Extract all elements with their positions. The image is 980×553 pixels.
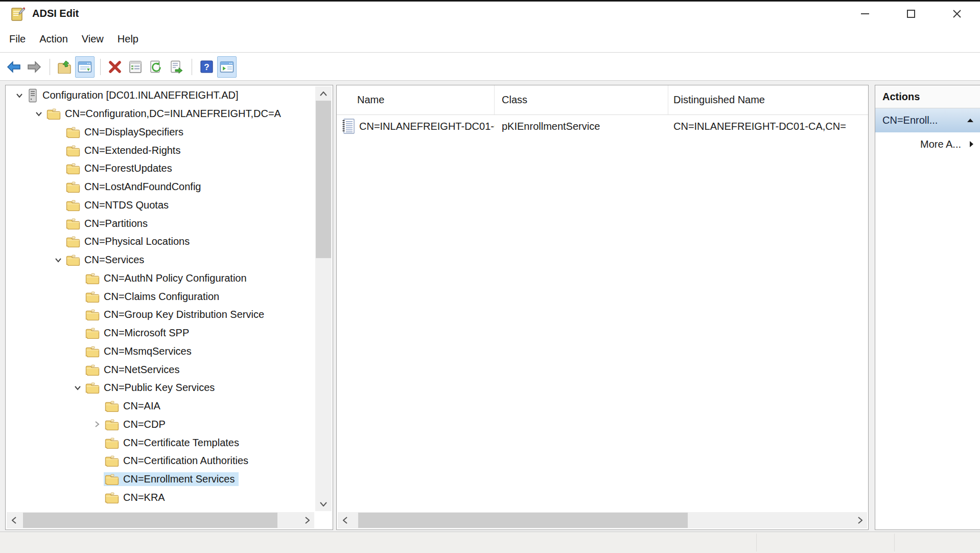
properties-button[interactable] [126,56,145,78]
tree-item[interactable]: CN=AuthN Policy Configuration [7,269,314,288]
status-separator [894,534,895,551]
tree: Configuration [DC01.INLANEFREIGHT.AD]CN=… [7,86,314,511]
folder-icon [85,291,100,303]
menu-bar: File Action View Help [0,26,980,53]
tree-item-label: CN=Certificate Templates [123,437,239,449]
scroll-left-icon[interactable] [7,512,21,528]
tree-item[interactable]: CN=Services [7,251,314,269]
tree-item[interactable]: CN=Configuration,DC=INLANEFREIGHT,DC=A [7,105,314,123]
more-actions-item[interactable]: More A... [875,132,980,156]
tree-horizontal-scroll-thumb[interactable] [23,513,277,528]
actions-pane-title: Actions [875,85,980,108]
menu-action[interactable]: Action [39,33,68,45]
delete-button[interactable] [105,56,125,78]
tree-item[interactable]: CN=Certificate Templates [7,433,314,452]
tree-item-label: CN=NetServices [104,364,179,376]
tree-item[interactable]: CN=MsmqServices [7,342,314,361]
tree-item[interactable]: Configuration [DC01.INLANEFREIGHT.AD] [7,86,314,105]
tree-item-label: CN=Claims Configuration [104,291,219,303]
tree-item[interactable]: CN=LostAndFoundConfig [7,178,314,196]
column-header-class[interactable]: Class [495,85,668,114]
tree-item[interactable]: CN=Claims Configuration [7,287,314,306]
tree-item[interactable]: CN=KRA [7,489,314,507]
delete-icon [108,60,122,74]
chevron-down-icon[interactable] [32,111,45,117]
tree-item[interactable]: CN=AIA [7,397,314,416]
tree-item[interactable]: CN=Certification Authorities [7,452,314,470]
up-one-level-button[interactable] [55,56,74,78]
tree-item[interactable]: CN=Enrollment Services [7,470,314,489]
list-cell-distinguished-name: CN=INLANEFREIGHT-DC01-CA,CN= [668,121,868,132]
tree-item[interactable]: CN=Partitions [7,214,314,233]
column-header-name[interactable]: Name [337,85,495,114]
scroll-right-icon[interactable] [300,512,314,528]
actions-pane: Actions CN=Enroll... More A... [875,85,980,530]
scroll-down-icon[interactable] [315,497,332,511]
tree-item-label: CN=NTDS Quotas [84,199,169,211]
tree-item-label: CN=DisplaySpecifiers [84,126,183,138]
tree-item-label: CN=Physical Locations [84,236,190,247]
help-button[interactable]: ? [197,56,216,78]
tree-item[interactable]: CN=DisplaySpecifiers [7,123,314,142]
status-bar [0,532,980,553]
folder-icon [85,364,100,376]
scroll-left-icon[interactable] [338,512,352,528]
folder-icon [66,181,80,193]
chevron-down-icon[interactable] [71,385,84,390]
close-button[interactable] [934,2,980,26]
maximize-button[interactable] [888,2,934,26]
menu-file[interactable]: File [9,33,26,45]
folder-icon [105,437,119,449]
forward-button[interactable] [25,56,44,78]
menu-help[interactable]: Help [118,33,138,45]
tree-item-label: CN=AuthN Policy Configuration [104,272,247,284]
properties-icon [129,60,142,74]
refresh-button[interactable] [146,56,166,78]
server-icon [27,88,38,103]
folder-icon [85,309,100,320]
export-list-button[interactable] [167,56,186,78]
tree-item[interactable]: CN=Microsoft SPP [7,324,314,342]
chevron-down-icon[interactable] [13,93,26,98]
more-actions-label: More A... [920,139,961,150]
tree-item[interactable]: CN=Public Key Services [7,379,314,397]
up-one-level-icon [57,60,72,74]
folder-icon [66,126,80,138]
tree-item-label: CN=Configuration,DC=INLANEFREIGHT,DC=A [65,108,281,120]
tree-horizontal-scrollbar[interactable] [7,512,314,528]
tree-vertical-scroll-thumb[interactable] [316,101,331,258]
menu-view[interactable]: View [82,33,104,45]
tree-item[interactable]: CN=Extended-Rights [7,141,314,159]
folder-icon [66,199,80,211]
list-horizontal-scrollbar[interactable] [338,512,867,528]
adsi-edit-app-icon[interactable] [10,6,26,21]
tree-item-label: CN=MsmqServices [104,345,192,357]
tree-item-label: CN=Extended-Rights [84,145,180,156]
show-action-pane-button[interactable] [217,56,237,78]
tree-vertical-scrollbar[interactable] [315,86,332,511]
folder-icon [66,163,80,174]
back-button[interactable] [4,56,24,78]
tree-item[interactable]: CN=NetServices [7,360,314,379]
show-console-tree-button[interactable] [75,56,95,78]
tree-item[interactable]: CN=ForestUpdates [7,159,314,178]
tree-item[interactable]: CN=NTDS Quotas [7,196,314,215]
column-header-distinguished-name[interactable]: Distinguished Name [668,85,868,114]
tree-item[interactable]: CN=Physical Locations [7,233,314,251]
scroll-up-icon[interactable] [315,86,332,101]
chevron-down-icon[interactable] [52,258,65,263]
list-horizontal-scroll-thumb[interactable] [358,513,688,528]
scroll-right-icon[interactable] [853,512,867,528]
list-row[interactable]: CN=INLANEFREIGHT-DC01-CA pKIEnrollmentSe… [337,116,868,136]
minimize-button[interactable] [842,2,888,26]
forward-icon [27,61,41,73]
folder-icon [85,345,100,357]
content-area: Configuration [DC01.INLANEFREIGHT.AD]CN=… [0,81,980,532]
tree-item[interactable]: CN=Group Key Distribution Service [7,306,314,324]
chevron-right-icon[interactable] [90,421,104,428]
tree-item[interactable]: CN=CDP [7,416,314,434]
result-list-pane: Name Class Distinguished Name [336,85,869,530]
actions-group-header[interactable]: CN=Enroll... [875,108,980,132]
object-icon [341,118,355,134]
toolbar-separator [192,59,192,75]
